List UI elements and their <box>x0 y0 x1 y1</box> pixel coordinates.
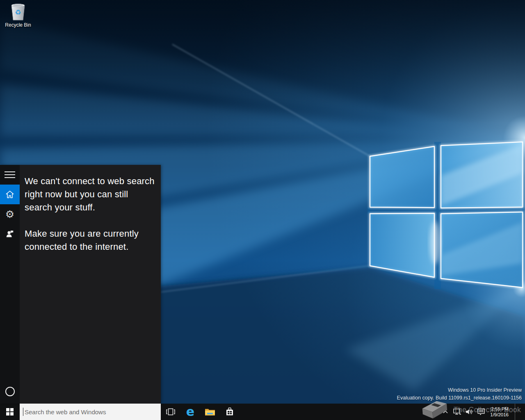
text-caret <box>23 408 23 416</box>
chevron-up-icon <box>443 410 448 414</box>
search-panel-rail: ⚙ <box>0 165 20 404</box>
network-icon <box>453 408 461 415</box>
rail-spacer <box>0 244 20 381</box>
cortana-button[interactable] <box>0 381 20 401</box>
windows-store-button[interactable] <box>220 404 240 420</box>
home-tab-button[interactable] <box>0 185 20 204</box>
microsoft-edge-icon: e <box>186 404 194 420</box>
home-icon <box>5 190 14 199</box>
clock-time: 2:55 PM <box>491 406 509 412</box>
recycle-bin-icon: ♻ <box>9 2 27 21</box>
search-connect-hint: Make sure you are currently connected to… <box>25 227 155 253</box>
volume-button[interactable] <box>465 404 474 420</box>
taskbar-search-box[interactable] <box>20 404 161 420</box>
clock-date: 1/9/2016 <box>490 412 509 418</box>
recycle-bin-desktop-icon[interactable]: ♻ Recycle Bin <box>2 2 34 28</box>
show-desktop-button[interactable] <box>518 404 521 420</box>
windows-logo-panes <box>370 142 523 288</box>
hamburger-menu-icon <box>5 171 15 178</box>
hamburger-menu-button[interactable] <box>0 165 20 185</box>
taskbar-app-icons: e <box>161 404 240 420</box>
recycle-bin-label: Recycle Bin <box>2 22 34 28</box>
tray-separator <box>515 404 515 420</box>
action-center-button[interactable] <box>477 404 486 420</box>
cortana-circle-icon <box>5 387 15 396</box>
action-center-icon <box>477 408 485 415</box>
settings-gear-icon: ⚙ <box>5 209 14 219</box>
microsoft-edge-button[interactable]: e <box>180 404 200 420</box>
search-panel-body: We can't connect to web search right now… <box>20 165 161 404</box>
file-explorer-icon <box>205 408 215 416</box>
task-view-icon <box>166 408 175 415</box>
feedback-button[interactable] <box>0 224 20 244</box>
insider-build-watermark: Windows 10 Pro Insider Preview Evaluatio… <box>397 386 522 402</box>
volume-icon <box>465 408 473 415</box>
search-flyout-panel: ⚙ We can't connect to web search right n… <box>0 165 161 404</box>
watermark-line-2: Evaluation copy. Build 11099.rs1_release… <box>397 394 522 402</box>
windows-logo-icon <box>6 408 14 415</box>
file-explorer-button[interactable] <box>200 404 220 420</box>
windows-store-icon <box>225 407 234 416</box>
task-view-button[interactable] <box>161 404 180 420</box>
hidden-icons-button[interactable] <box>441 404 450 420</box>
search-offline-message: We can't connect to web search right now… <box>25 175 155 214</box>
settings-button[interactable]: ⚙ <box>0 204 20 224</box>
search-input[interactable] <box>24 403 161 420</box>
network-button[interactable] <box>453 404 462 420</box>
windows-desktop: { "desktop": { "recycle_bin": { "label":… <box>0 0 525 420</box>
watermark-line-1: Windows 10 Pro Insider Preview <box>397 386 522 394</box>
svg-text:♻: ♻ <box>15 8 21 16</box>
feedback-person-icon <box>5 229 14 238</box>
system-tray: 2:55 PM 1/9/2016 <box>441 404 521 420</box>
taskbar-clock[interactable]: 2:55 PM 1/9/2016 <box>488 406 511 418</box>
start-button[interactable] <box>0 404 20 420</box>
